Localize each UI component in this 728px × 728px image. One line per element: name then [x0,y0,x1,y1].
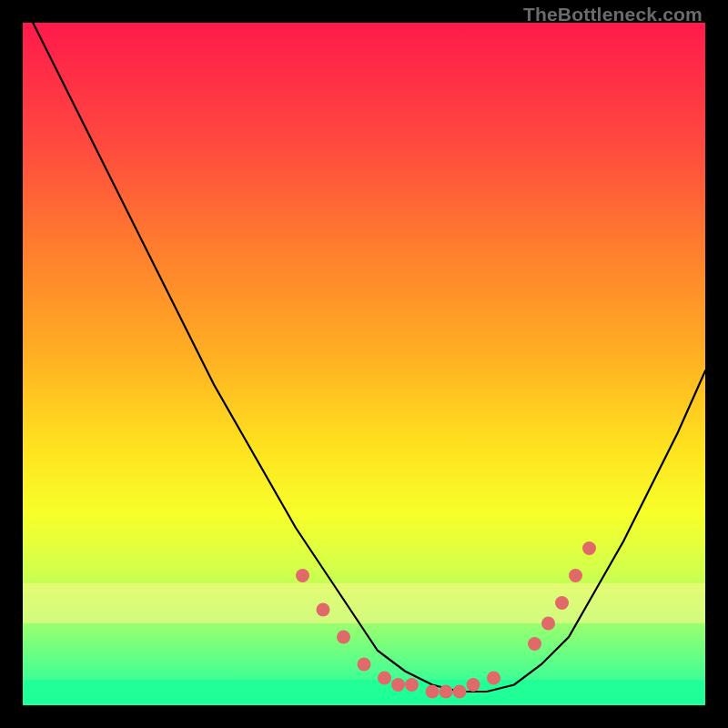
data-marker [378,672,391,685]
chart-frame: TheBottleneck.com [0,0,728,728]
data-marker [453,685,467,699]
data-marker [358,658,371,672]
data-marker [440,685,453,699]
plot-area [23,23,705,705]
data-marker [541,617,555,631]
data-marker [582,541,596,555]
data-marker [317,603,330,617]
data-marker [467,678,480,692]
data-marker [426,685,440,699]
data-marker [528,637,541,651]
data-marker [296,569,309,582]
data-marker [391,678,405,692]
data-marker [487,672,500,685]
curve-layer [23,23,705,705]
data-marker [337,631,350,644]
data-marker [569,569,582,582]
data-marker [405,678,419,692]
data-marker [555,596,569,610]
bottleneck-curve [23,23,705,692]
